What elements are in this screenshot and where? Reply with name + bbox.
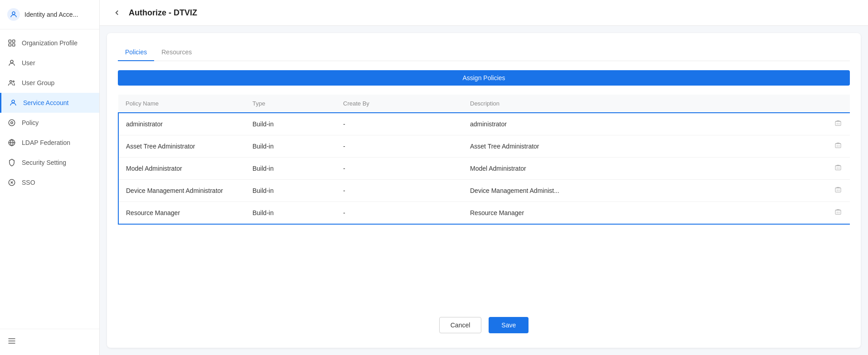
- cancel-button[interactable]: Cancel: [439, 317, 482, 333]
- topbar: Authorize - DTVIZ: [100, 0, 868, 26]
- svg-point-8: [12, 100, 15, 103]
- svg-rect-20: [835, 144, 841, 148]
- sidebar-header-icon: [7, 8, 20, 21]
- sidebar-item-organization-profile[interactable]: Organization Profile: [0, 33, 99, 53]
- col-header-description: Description: [463, 95, 827, 113]
- cell-policy-name: Model Administrator: [118, 158, 245, 180]
- cell-create-by: -: [336, 180, 463, 202]
- cell-actions: [827, 202, 850, 225]
- table-row: Device Management Administrator Build-in…: [118, 180, 850, 202]
- table-row: Model Administrator Build-in - Model Adm…: [118, 158, 850, 180]
- sidebar-header-label: Identity and Acce...: [24, 11, 78, 18]
- security-icon: [7, 158, 16, 167]
- svg-point-9: [9, 120, 15, 126]
- svg-point-5: [10, 60, 13, 63]
- sidebar-item-user-group[interactable]: User Group: [0, 73, 99, 93]
- cell-description: Model Administrator: [463, 158, 827, 180]
- svg-rect-16: [835, 121, 841, 125]
- col-header-type: Type: [245, 95, 336, 113]
- cell-type: Build-in: [245, 180, 336, 202]
- cell-description: administrator: [463, 113, 827, 135]
- col-header-create-by: Create By: [336, 95, 463, 113]
- org-icon: [7, 38, 16, 48]
- cell-create-by: -: [336, 158, 463, 180]
- svg-rect-4: [13, 44, 15, 46]
- cell-actions: [827, 180, 850, 202]
- col-header-actions: [827, 95, 850, 113]
- footer-actions: Cancel Save: [118, 306, 850, 337]
- svg-rect-1: [9, 40, 11, 42]
- cell-type: Build-in: [245, 158, 336, 180]
- cell-type: Build-in: [245, 202, 336, 225]
- policies-table: Policy Name Type Create By Description a…: [118, 95, 850, 225]
- content-card: Policies Resources Assign Policies Polic…: [107, 33, 861, 348]
- cell-create-by: -: [336, 202, 463, 225]
- cell-create-by: -: [336, 113, 463, 135]
- cell-actions: [827, 113, 850, 135]
- sidebar-item-label: Organization Profile: [22, 39, 78, 47]
- cell-actions: [827, 135, 850, 158]
- assign-policies-button[interactable]: Assign Policies: [118, 70, 850, 86]
- cell-type: Build-in: [245, 135, 336, 158]
- cell-policy-name: Resource Manager: [118, 202, 245, 225]
- svg-rect-2: [13, 40, 15, 42]
- cell-type: Build-in: [245, 113, 336, 135]
- cell-policy-name: Asset Tree Administrator: [118, 135, 245, 158]
- table-body: administrator Build-in - administrator: [118, 113, 850, 224]
- sidebar: Identity and Acce... Organization Profil…: [0, 0, 100, 355]
- policies-table-container: Policy Name Type Create By Description a…: [118, 95, 850, 306]
- svg-point-0: [12, 12, 15, 14]
- svg-point-10: [11, 122, 13, 124]
- sidebar-item-ldap[interactable]: LDAP Federation: [0, 133, 99, 153]
- ldap-icon: [7, 138, 16, 147]
- sidebar-header: Identity and Acce...: [0, 0, 99, 29]
- cell-description: Asset Tree Administrator: [463, 135, 827, 158]
- sidebar-item-policy[interactable]: Policy: [0, 113, 99, 133]
- table-row: Resource Manager Build-in - Resource Man…: [118, 202, 850, 225]
- svg-rect-28: [835, 188, 841, 192]
- sidebar-item-label: Service Account: [23, 99, 68, 106]
- delete-icon[interactable]: [834, 209, 842, 217]
- svg-point-6: [10, 81, 12, 83]
- back-button[interactable]: [111, 6, 123, 19]
- svg-rect-24: [835, 166, 841, 170]
- sidebar-item-label: SSO: [22, 179, 35, 186]
- sidebar-item-sso[interactable]: SSO: [0, 173, 99, 192]
- save-button[interactable]: Save: [489, 317, 529, 333]
- svg-rect-3: [9, 44, 11, 46]
- user-icon: [7, 58, 16, 67]
- sidebar-item-label: User Group: [22, 79, 54, 86]
- col-header-policy-name: Policy Name: [118, 95, 245, 113]
- tab-policies[interactable]: Policies: [118, 44, 154, 61]
- tabs: Policies Resources: [118, 44, 850, 61]
- page-title: Authorize - DTVIZ: [129, 8, 197, 18]
- delete-icon[interactable]: [834, 187, 842, 195]
- sidebar-footer: [0, 329, 99, 355]
- sidebar-item-user[interactable]: User: [0, 53, 99, 73]
- cell-policy-name: administrator: [118, 113, 245, 135]
- table-header-row: Policy Name Type Create By Description: [118, 95, 850, 113]
- usergroup-icon: [7, 78, 16, 87]
- sidebar-item-service-account[interactable]: Service Account: [0, 93, 99, 113]
- policy-icon: [7, 118, 16, 127]
- sso-icon: [7, 178, 16, 187]
- svg-rect-32: [835, 210, 841, 214]
- cell-description: Resource Manager: [463, 202, 827, 225]
- cell-create-by: -: [336, 135, 463, 158]
- sidebar-item-label: Security Setting: [22, 159, 66, 166]
- main-content: Authorize - DTVIZ Policies Resources Ass…: [100, 0, 868, 355]
- delete-icon[interactable]: [834, 143, 842, 150]
- tab-resources[interactable]: Resources: [154, 44, 199, 61]
- table-row: administrator Build-in - administrator: [118, 113, 850, 135]
- sidebar-item-security-setting[interactable]: Security Setting: [0, 153, 99, 173]
- menu-icon[interactable]: [7, 338, 16, 347]
- cell-actions: [827, 158, 850, 180]
- sidebar-nav: Organization Profile User User Group: [0, 29, 99, 329]
- sidebar-item-label: User: [22, 59, 35, 67]
- svg-point-7: [13, 81, 14, 82]
- cell-description: Device Management Administ...: [463, 180, 827, 202]
- delete-icon[interactable]: [834, 120, 842, 128]
- cell-policy-name: Device Management Administrator: [118, 180, 245, 202]
- delete-icon[interactable]: [834, 165, 842, 173]
- sidebar-item-label: Policy: [22, 119, 39, 126]
